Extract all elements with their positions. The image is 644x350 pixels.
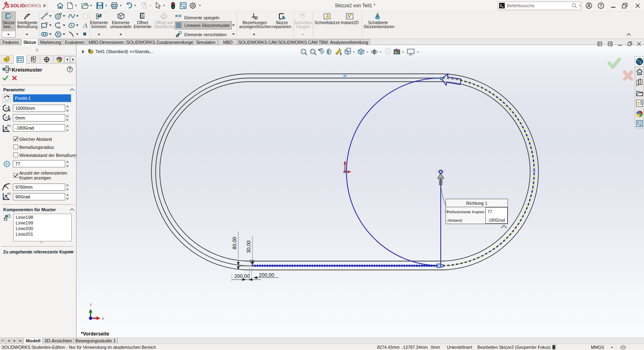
svg-text:80,00: 80,00 (232, 237, 237, 249)
svg-text:200,00: 200,00 (234, 274, 250, 279)
svg-text:R1: R1 (7, 124, 11, 127)
svg-text:x: x (8, 108, 10, 112)
svg-text:S: S (6, 3, 10, 9)
svg-text:Y: Y (89, 303, 93, 307)
svg-text:R2: R2 (7, 192, 11, 195)
svg-text:A: A (83, 22, 88, 29)
svg-text:SOLID: SOLID (10, 3, 25, 8)
svg-text:?: ? (600, 3, 602, 8)
svg-text:200,00: 200,00 (259, 272, 274, 278)
svg-text:x: x (102, 316, 104, 321)
svg-text:?: ? (68, 67, 71, 72)
svg-text:WORKS: WORKS (24, 3, 41, 8)
svg-text:Y: Y (8, 117, 11, 121)
svg-text:30,00: 30,00 (246, 241, 252, 253)
svg-text:50: 50 (250, 259, 254, 264)
